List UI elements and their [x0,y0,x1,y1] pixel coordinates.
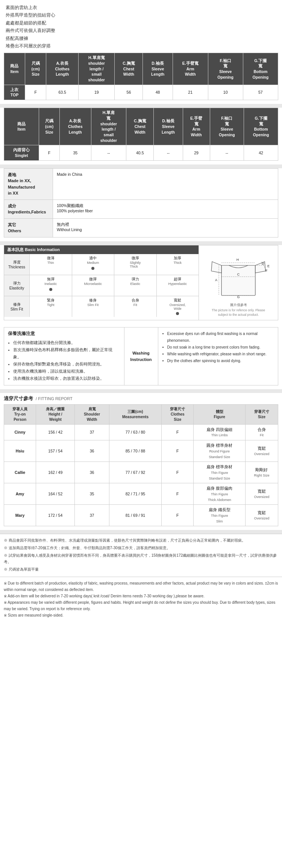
fitting-col-size: 穿著尺寸ClothesSize [162,404,194,424]
basic-info-section: 基本訊息 Basic Information 厚度 Thickness 微薄 T… [0,245,282,321]
care-item-en-2: Do not soak in a long time to prevent co… [167,344,274,351]
fitting-row-hsiu: Hsiu 157 / 54 36 85 / 70 / 88 F 圓身 標準身材R… [4,440,278,462]
ingredients-value: 100%聚酯纖維100% polyester fiber [53,199,278,218]
col-a: A.衣長ClothesLength [46,53,79,85]
fitting-name-callie: Callie [4,462,36,483]
col-e: E.手臂寬ArmWidth [173,53,208,85]
svg-rect-0 [221,265,255,295]
fitting-size-hsiu: F [162,440,194,462]
note-en-1: ※ Due to different batch of production, … [4,580,278,593]
tshirt-diagram-svg: H A C G D E F [205,248,272,301]
col2-f: F.袖口寬SleeveOpening [210,108,244,145]
elasticity-micro: 微彈 Microelastic [72,275,115,296]
fitting-row-mary: Mary 172 / 54 37 81 / 69 / 91 F 扁身 纖長型Th… [4,505,278,526]
origin-value: Made in China [53,168,278,199]
singlet-g: 42 [244,145,278,160]
care-item-zh-5: 洗衣機脫水後請立即晾衣，勿放置過久以防移染。 [13,375,120,382]
fitting-row-amy: Amy 164 / 52 35 82 / 71 / 95 F 扁身 腹部偏肉Th… [4,483,278,505]
fitting-col-figure: 體型Figure [194,404,246,424]
care-item-en-4: Dry the clothes after spinning to avoid … [167,358,274,364]
fitting-col-measurements: 三圍(cm)Measurements [109,404,162,424]
fitting-meas-hsiu: 85 / 70 / 88 [109,440,162,462]
fitting-figure-hsiu: 圓身 標準身材Round FigureStandard Size [194,440,246,462]
divider-1 [0,104,282,108]
care-list-en: Excessive dyes run off during first wash… [162,330,274,364]
divider-4 [0,324,282,327]
top-f: 10 [208,85,243,100]
desc-line-6: 堆疊出不同層次的穿搭 [6,42,276,50]
fitting-row-callie: Callie 162 / 49 36 77 / 67 / 92 F 扁身 標準身… [4,462,278,483]
col-item: 商品Item [4,53,25,85]
thickness-slightly-thick: 微厚 SlightlyThick [114,254,157,275]
elasticity-label: 彈力 Elasticity [4,275,30,296]
elasticity-hyperelastic: 超彈 Hyperelastic [157,275,199,296]
item-top-label: 上衣TOP [4,85,25,100]
fit-tight: 緊身 Tight [30,296,72,317]
info-table: 產地Made in XX,Manufacturedin XX Made in C… [0,168,282,238]
fitting-hw-amy: 164 / 52 [36,483,75,505]
fit-slim: 修身 Slim Fit [72,296,115,317]
col-f: F.袖口寬SleeveOpening [208,53,243,85]
singlet-f: -- [210,145,244,160]
thickness-thick: 加厚 Thick [157,254,199,275]
note-en-2: ※ Add-on item will be delivered in 7-20 … [4,593,278,599]
fitting-figure-amy: 扁身 腹部偏肉Thin FigureThick Abdomen [194,483,246,505]
col2-c: C.胸寬ChestWidth [126,108,154,145]
care-item-en-3: While washing with refrigerator, please … [167,351,274,358]
fit-fit: 合身 Fit [114,296,157,317]
fitting-shoulder-mary: 37 [75,505,109,526]
fitting-hw-cinny: 156 / 42 [36,424,75,440]
item-singlet-label: 內搭背心Singlet [4,145,39,160]
svg-text:H: H [237,258,239,262]
others-value: 無內裡Without Lining [53,218,278,237]
fitting-shoulder-callie: 36 [75,462,109,483]
svg-text:C: C [237,273,240,276]
singlet-d: -- [154,145,183,160]
col2-g: G.下擺寬BottomOpening [244,108,278,145]
fitting-figure-callie: 扁身 標準身材Thin FigureStandard Size [194,462,246,483]
fitting-fit-hsiu: 寬鬆Oversized [245,440,278,462]
origin-label: 產地Made in XX,Manufacturedin XX [4,168,53,199]
thickness-medium: 適中 Medium [72,254,115,275]
svg-text:F: F [265,269,268,273]
fit-oversized: 寬鬆 Oversized,Wide [157,296,199,317]
diagram-caption: 圖片僅參考 [230,303,247,308]
note-zh-3: ※ 試穿結果會因每人感受及身材比例穿著習慣而有所不同，身高體重不表示購買的尺寸，… [4,552,278,565]
col2-size: 尺碼(cm)Size [39,108,60,145]
divider-3 [0,241,282,245]
thickness-thin: 微薄 Thin [30,254,72,275]
care-item-zh-4: 使用洗衣機洗滌時，請以低速短程洗滌。 [13,368,120,375]
fitting-hw-callie: 162 / 49 [36,462,75,483]
divider-6 [0,530,282,534]
fitting-table: 穿著人員Try-onPerson 身高／體重Height /Weight 肩寬S… [0,404,282,527]
desc-line-5: 搭配高腰褲 [6,35,276,42]
care-item-zh-1: 任何衣物都建議深淺色分開洗滌。 [13,339,120,346]
desc-line-1: 素面的雲紡上衣 [6,4,276,11]
note-zh-1: ※ 商品會因不同批製作件、布料彈性、水洗處理或測量點等因素，使顏色尺寸與實際陳列… [4,537,278,544]
fitting-shoulder-hsiu: 36 [75,440,109,462]
care-section: 保養洗滌注意 任何衣物都建議深淺色分開洗滌。 首次洗滌時深色布料易釋稀出多餘固色… [0,327,282,385]
col-d: D.袖長SleeveLength [143,53,173,85]
fit-oversized-dot [176,312,179,315]
fitting-meas-mary: 81 / 69 / 91 [109,505,162,526]
care-item-zh-3: 保持衣物色澤鮮艷避免色澤移染，勿長時間浸泡。 [13,361,120,368]
elasticity-inelastic: 無彈 Inelastic [30,275,72,296]
fitting-col-shoulder: 肩寬ShoulderWidth [75,404,109,424]
fitting-meas-callie: 77 / 67 / 92 [109,462,162,483]
top-d: 48 [143,85,173,100]
top-h: 19 [79,85,115,100]
care-zh: 保養洗滌注意 任何衣物都建議深淺色分開洗滌。 首次洗滌時深色布料易釋稀出多餘固色… [4,327,124,385]
col2-e: E.手臂寬ArmWidth [183,108,210,145]
fitting-size-cinny: F [162,424,194,440]
size-table-2: 商品Item 尺碼(cm)Size A.衣長ClothesLength H.單肩… [0,108,282,161]
fitting-shoulder-cinny: 37 [75,424,109,440]
fitting-meas-amy: 82 / 71 / 95 [109,483,162,505]
fitting-col-fit: 穿著尺寸Size [245,404,278,424]
fitting-shoulder-amy: 35 [75,483,109,505]
notes-en: ※ Due to different batch of production, … [0,577,282,623]
divider-5 [0,389,282,393]
top-c: 56 [115,85,143,100]
col-h: H.單肩寬shoulderlength /smallshoulder [79,53,115,85]
fitting-name-mary: Mary [4,505,36,526]
fitting-meas-cinny: 77 / 63 / 80 [109,424,162,440]
